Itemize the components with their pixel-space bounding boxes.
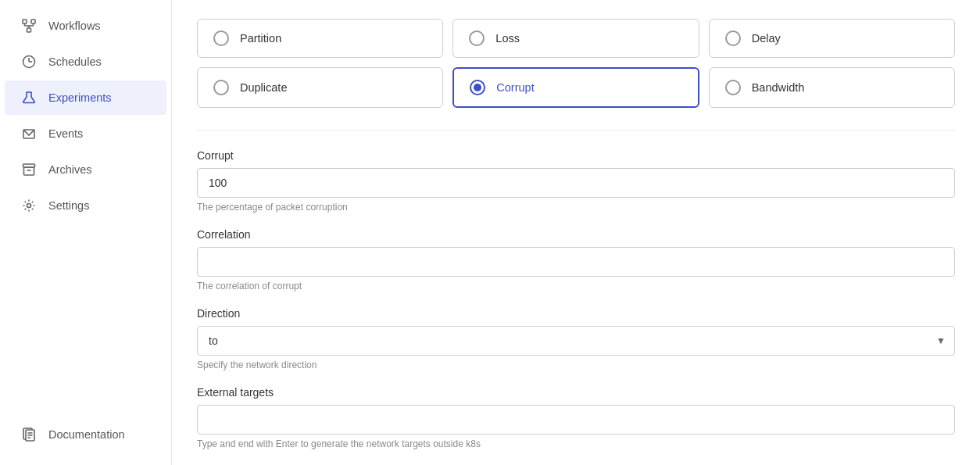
corrupt-label: Corrupt: [197, 149, 955, 162]
external-targets-input[interactable]: [197, 405, 955, 435]
external-targets-label: External targets: [197, 386, 955, 399]
workflows-icon: [20, 19, 38, 33]
settings-icon: [20, 199, 38, 213]
direction-select-wrapper: to from both ▼: [197, 326, 955, 356]
sidebar-item-archives[interactable]: Archives: [5, 152, 166, 187]
experiments-icon: [20, 91, 38, 105]
option-delay[interactable]: Delay: [709, 19, 955, 58]
option-corrupt[interactable]: Corrupt: [452, 67, 699, 108]
sidebar-item-events[interactable]: Events: [5, 116, 166, 151]
svg-rect-13: [24, 167, 34, 175]
svg-rect-2: [27, 28, 31, 32]
option-loss[interactable]: Loss: [452, 19, 699, 58]
sidebar: Workflows Schedules Experiments: [0, 0, 172, 465]
option-partition-label: Partition: [240, 32, 281, 45]
option-duplicate[interactable]: Duplicate: [197, 67, 443, 108]
corrupt-section: Corrupt The percentage of packet corrupt…: [197, 149, 955, 213]
sidebar-item-documentation[interactable]: Documentation: [5, 417, 166, 452]
svg-point-15: [27, 204, 31, 208]
events-icon: [20, 127, 38, 141]
correlation-hint: The correlation of corrupt: [197, 281, 955, 292]
external-targets-section: External targets Type and end with Enter…: [197, 386, 955, 449]
svg-rect-1: [31, 20, 35, 23]
sidebar-label-workflows: Workflows: [48, 20, 101, 32]
fault-type-grid: Partition Loss Delay Duplicate Corrupt B…: [197, 19, 955, 108]
main-content: Partition Loss Delay Duplicate Corrupt B…: [172, 0, 980, 465]
sidebar-label-settings: Settings: [48, 199, 89, 212]
correlation-input[interactable]: [197, 247, 955, 277]
sidebar-item-workflows[interactable]: Workflows: [5, 9, 166, 43]
section-divider: [197, 130, 955, 131]
sidebar-label-events: Events: [48, 127, 83, 140]
correlation-label: Correlation: [197, 228, 955, 241]
option-loss-label: Loss: [495, 32, 520, 45]
radio-bandwidth: [725, 80, 741, 95]
external-targets-hint: Type and end with Enter to generate the …: [197, 438, 955, 449]
option-bandwidth-label: Bandwidth: [752, 81, 805, 94]
radio-duplicate: [213, 80, 229, 95]
option-partition[interactable]: Partition: [197, 19, 443, 58]
sidebar-label-schedules: Schedules: [48, 55, 102, 68]
direction-label: Direction: [197, 307, 955, 320]
option-corrupt-label: Corrupt: [496, 81, 534, 94]
sidebar-item-experiments[interactable]: Experiments: [5, 80, 166, 115]
sidebar-label-documentation: Documentation: [48, 428, 125, 441]
radio-delay: [725, 30, 741, 46]
direction-select[interactable]: to from both: [197, 326, 955, 356]
option-delay-label: Delay: [752, 32, 781, 45]
option-duplicate-label: Duplicate: [240, 81, 287, 94]
direction-hint: Specify the network direction: [197, 359, 955, 370]
radio-partition: [213, 30, 229, 46]
sidebar-bottom: Documentation: [0, 417, 171, 465]
radio-loss: [469, 30, 485, 46]
correlation-section: Correlation The correlation of corrupt: [197, 228, 955, 292]
schedules-icon: [20, 55, 38, 69]
corrupt-input[interactable]: [197, 168, 955, 198]
archives-icon: [20, 163, 38, 177]
radio-corrupt: [470, 80, 485, 95]
sidebar-label-experiments: Experiments: [48, 91, 112, 104]
direction-section: Direction to from both ▼ Specify the net…: [197, 307, 955, 370]
svg-rect-0: [23, 20, 27, 23]
corrupt-hint: The percentage of packet corruption: [197, 202, 955, 213]
sidebar-item-schedules[interactable]: Schedules: [5, 45, 166, 79]
documentation-icon: [20, 427, 38, 442]
option-bandwidth[interactable]: Bandwidth: [709, 67, 955, 108]
sidebar-item-settings[interactable]: Settings: [5, 188, 166, 223]
sidebar-label-archives: Archives: [48, 163, 92, 176]
